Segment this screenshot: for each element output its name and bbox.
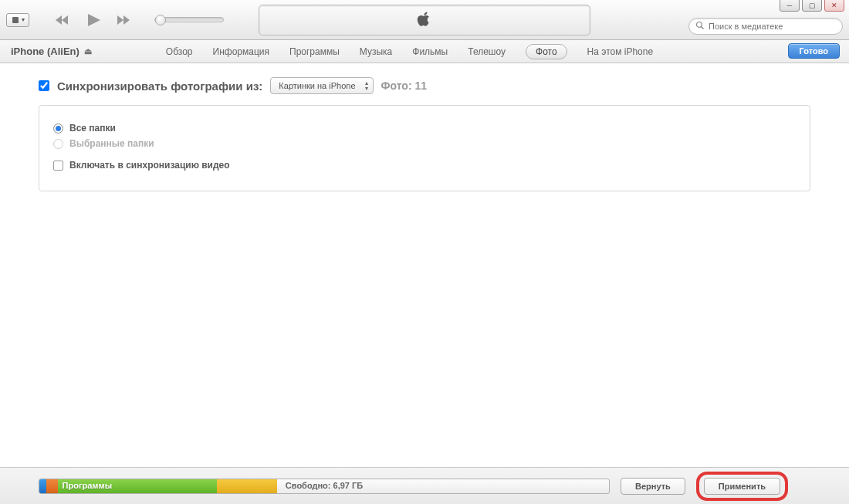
radio-selected-folders <box>53 139 63 149</box>
include-videos-checkbox[interactable] <box>53 161 63 171</box>
device-tabs: Обзор Информация Программы Музыка Фильмы… <box>166 44 653 59</box>
close-button[interactable]: ✕ <box>824 0 844 12</box>
maximize-button[interactable]: ▢ <box>802 0 822 12</box>
photo-source-select[interactable]: Картинки на iPhone ▴▾ <box>270 77 373 94</box>
search-field[interactable] <box>688 18 843 35</box>
lcd-display <box>259 5 590 36</box>
search-input[interactable] <box>709 22 836 31</box>
search-icon <box>695 21 705 32</box>
main-content: Синхронизировать фотографии из: Картинки… <box>0 63 849 191</box>
tab-music[interactable]: Музыка <box>360 46 392 57</box>
capacity-free-label: Свободно: 6,97 ГБ <box>286 481 363 490</box>
sync-options-box: Все папки Выбранные папки Включать в син… <box>39 105 810 191</box>
capacity-seg-video <box>46 479 58 493</box>
transport-controls <box>54 12 224 28</box>
tab-movies[interactable]: Фильмы <box>412 46 448 57</box>
radio-selected-folders-label: Выбранные папки <box>69 138 154 149</box>
svg-line-2 <box>702 26 704 29</box>
capacity-apps-label: Программы <box>63 481 112 490</box>
volume-slider[interactable] <box>154 17 224 22</box>
device-name: iPhone (AliEn) ⏏ <box>11 46 92 57</box>
device-name-label: iPhone (AliEn) <box>11 46 79 57</box>
radio-all-folders-label: Все папки <box>69 123 116 134</box>
tab-ondevice[interactable]: На этом iPhone <box>587 46 654 57</box>
device-navbar: iPhone (AliEn) ⏏ Обзор Информация Програ… <box>0 40 849 63</box>
view-picker[interactable]: ▾ <box>6 13 29 27</box>
apply-highlight: Применить <box>696 472 788 501</box>
svg-rect-0 <box>12 17 19 23</box>
include-videos-row: Включать в синхронизацию видео <box>53 160 796 171</box>
play-button[interactable] <box>85 12 102 28</box>
svg-point-1 <box>697 22 702 27</box>
prev-button[interactable] <box>54 14 71 26</box>
photo-count: Фото: 11 <box>381 79 428 92</box>
capacity-bar[interactable]: Программы Свободно: 6,97 ГБ <box>39 479 610 494</box>
tab-apps[interactable]: Программы <box>289 46 340 57</box>
radio-all-folders[interactable] <box>53 123 63 134</box>
minimize-button[interactable]: ─ <box>780 0 800 12</box>
sync-title: Синхронизировать фотографии из: <box>57 79 262 93</box>
done-button[interactable]: Готово <box>788 43 840 59</box>
volume-thumb[interactable] <box>155 15 166 25</box>
top-toolbar: ▾ ─ ▢ ✕ <box>0 0 849 40</box>
tab-tvshows[interactable]: Телешоу <box>468 46 506 57</box>
tab-photos[interactable]: Фото <box>526 44 567 59</box>
photo-source-value: Картинки на iPhone <box>279 81 355 90</box>
capacity-seg-audio <box>39 479 46 493</box>
radio-selected-folders-row: Выбранные папки <box>53 138 796 149</box>
bottom-bar: Программы Свободно: 6,97 ГБ Вернуть Прим… <box>0 467 849 504</box>
apple-logo-icon <box>416 10 433 30</box>
radio-all-folders-row: Все папки <box>53 123 796 134</box>
tab-info[interactable]: Информация <box>213 46 269 57</box>
sync-header: Синхронизировать фотографии из: Картинки… <box>39 77 810 94</box>
select-arrows-icon: ▴▾ <box>365 80 368 91</box>
window-controls: ─ ▢ ✕ <box>780 0 844 12</box>
capacity-seg-other <box>217 479 276 493</box>
sync-photos-checkbox[interactable] <box>39 80 49 91</box>
capacity-seg-apps: Программы <box>58 479 218 493</box>
include-videos-label: Включать в синхронизацию видео <box>69 160 230 171</box>
revert-button[interactable]: Вернуть <box>621 478 685 495</box>
tab-overview[interactable]: Обзор <box>166 46 193 57</box>
apply-button[interactable]: Применить <box>704 478 780 495</box>
next-button[interactable] <box>116 14 133 26</box>
eject-icon[interactable]: ⏏ <box>84 46 92 56</box>
